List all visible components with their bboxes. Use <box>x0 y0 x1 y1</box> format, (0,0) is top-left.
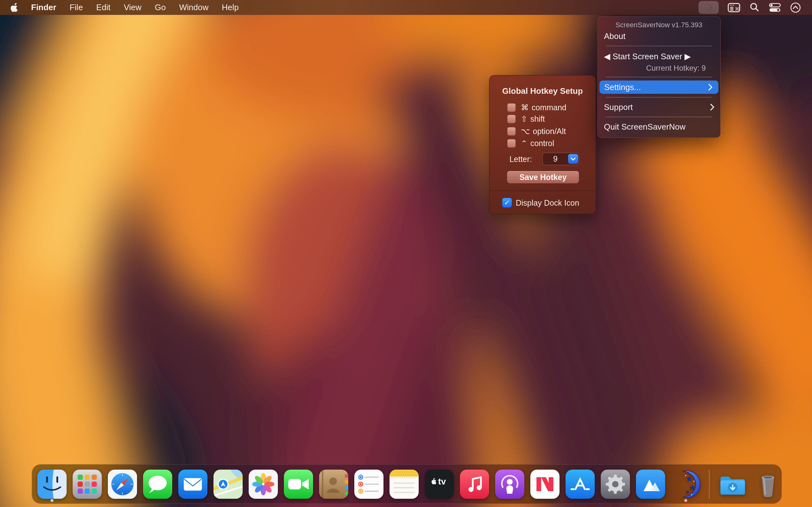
dock-icon-system-settings[interactable] <box>601 469 630 499</box>
menubar-extra-button[interactable] <box>790 1 801 14</box>
current-hotkey-label: Current Hotkey: 9 <box>598 63 720 73</box>
display-dock-icon-label: Display Dock Icon <box>516 199 579 208</box>
modifier-row-option: ⌥ option/Alt <box>507 127 566 136</box>
display-dock-icon-checkbox[interactable]: ✓ <box>502 198 512 208</box>
menu-item-support[interactable]: Support <box>598 101 720 113</box>
dock-icon-app-store[interactable] <box>565 469 595 499</box>
dock-icon-mail[interactable] <box>178 469 207 499</box>
dock-icon-news[interactable] <box>530 469 560 499</box>
app-version-label: ScreenSaverNow v1.75.393 <box>598 20 720 30</box>
menu-item-view[interactable]: View <box>124 0 142 15</box>
settings-label: Settings... <box>604 82 708 92</box>
menu-item-settings[interactable]: Settings... <box>600 80 718 94</box>
dock: tv <box>32 464 782 504</box>
option-label: option/Alt <box>533 127 566 136</box>
letter-dropdown[interactable]: 9 <box>542 153 579 165</box>
option-symbol: ⌥ <box>521 127 530 136</box>
screensavernow-menubar-button[interactable] <box>699 1 719 14</box>
modifier-row-command: ⌘ command <box>507 103 566 112</box>
shift-label: shift <box>530 114 545 124</box>
chevron-down-icon <box>571 157 576 161</box>
running-indicator <box>684 499 687 502</box>
dock-icon-downloads-folder[interactable] <box>718 469 747 499</box>
keyboard-command-icon: ⌘ <box>727 2 741 13</box>
menu-bar-status-area: ⌘ <box>699 0 801 15</box>
menu-separator <box>606 46 712 46</box>
menu-item-start-screen-saver[interactable]: ◀ Start Screen Saver ▶ <box>598 50 720 63</box>
modifier-row-control: ⌃ control <box>507 139 554 148</box>
svg-text:tv: tv <box>438 476 446 486</box>
dock-icon-music[interactable] <box>460 469 489 499</box>
letter-value: 9 <box>543 154 568 164</box>
keyboard-shortcuts-menubar-button[interactable]: ⌘ <box>727 1 741 14</box>
checkmark-icon: ✓ <box>504 199 510 207</box>
dock-icon-finder[interactable] <box>38 469 67 499</box>
control-label: control <box>530 139 554 148</box>
menu-item-edit[interactable]: Edit <box>96 0 110 15</box>
control-center-menubar-button[interactable] <box>768 1 781 14</box>
command-checkbox[interactable] <box>507 103 516 112</box>
support-label: Support <box>604 101 710 113</box>
menu-item-quit[interactable]: Quit ScreenSaverNow <box>598 120 720 133</box>
apple-logo-icon <box>9 3 18 12</box>
spotlight-menubar-button[interactable] <box>749 1 760 14</box>
svg-text:⌘: ⌘ <box>735 6 740 11</box>
menu-bar: Finder File Edit View Go Window Help <box>0 0 812 15</box>
command-symbol: ⌘ <box>521 103 529 112</box>
menu-item-window[interactable]: Window <box>179 0 208 15</box>
modifier-row-shift: ⇧ shift <box>507 114 545 124</box>
dock-icon-mountain-peaks-app[interactable] <box>636 469 665 499</box>
menu-bar-left: Finder File Edit View Go Window Help <box>9 0 239 15</box>
dock-icon-contacts[interactable] <box>319 469 348 499</box>
dock-icon-photos[interactable] <box>249 469 278 499</box>
dock-icon-notes[interactable] <box>390 469 419 499</box>
chevron-up-circle-icon <box>790 2 801 13</box>
running-indicator <box>51 499 54 502</box>
dock-icon-maps[interactable] <box>213 469 243 499</box>
menu-item-go[interactable]: Go <box>155 0 166 15</box>
global-hotkey-setup-panel: Global Hotkey Setup ⌘ command ⇧ shift ⌥ … <box>489 75 596 214</box>
dock-icon-trash[interactable] <box>753 469 782 499</box>
dock-icon-safari[interactable] <box>108 469 137 499</box>
dock-separator <box>709 469 710 499</box>
menu-item-finder[interactable]: Finder <box>31 0 56 15</box>
chevron-right-icon <box>710 103 715 111</box>
menu-item-help[interactable]: Help <box>222 0 239 15</box>
menu-separator <box>606 77 712 77</box>
shift-checkbox[interactable] <box>507 115 516 123</box>
dock-icon-apple-tv[interactable]: tv <box>425 469 454 499</box>
dock-icon-podcasts[interactable] <box>495 469 524 499</box>
screensavernow-menu: ScreenSaverNow v1.75.393 About ◀ Start S… <box>597 16 721 138</box>
dock-icon-facetime[interactable] <box>284 469 313 499</box>
panel-title: Global Hotkey Setup <box>490 86 596 96</box>
dock-icon-launchpad[interactable] <box>72 469 102 499</box>
menu-item-about[interactable]: About <box>598 30 720 43</box>
dock-icon-messages[interactable] <box>143 469 172 499</box>
dock-icon-screensavernow[interactable] <box>671 469 700 499</box>
control-center-icon <box>768 2 781 13</box>
control-checkbox[interactable] <box>507 139 516 148</box>
shift-symbol: ⇧ <box>521 114 527 124</box>
apple-menu[interactable] <box>9 1 18 14</box>
spotlight-search-icon <box>749 2 760 13</box>
option-checkbox[interactable] <box>507 127 516 135</box>
letter-label: Letter: <box>490 155 532 164</box>
control-symbol: ⌃ <box>521 139 527 148</box>
moon-screensaver-icon <box>703 2 714 13</box>
dock-icon-reminders[interactable] <box>354 469 384 499</box>
command-label: command <box>531 103 566 112</box>
chevron-right-icon <box>708 83 713 91</box>
desktop: Finder File Edit View Go Window Help <box>0 0 812 507</box>
menu-item-file[interactable]: File <box>69 0 83 15</box>
panel-divider <box>490 191 596 191</box>
save-hotkey-button[interactable]: Save Hotkey <box>507 171 579 183</box>
menu-separator <box>606 97 712 98</box>
menu-separator <box>606 117 712 117</box>
letter-dropdown-button[interactable] <box>568 154 578 164</box>
